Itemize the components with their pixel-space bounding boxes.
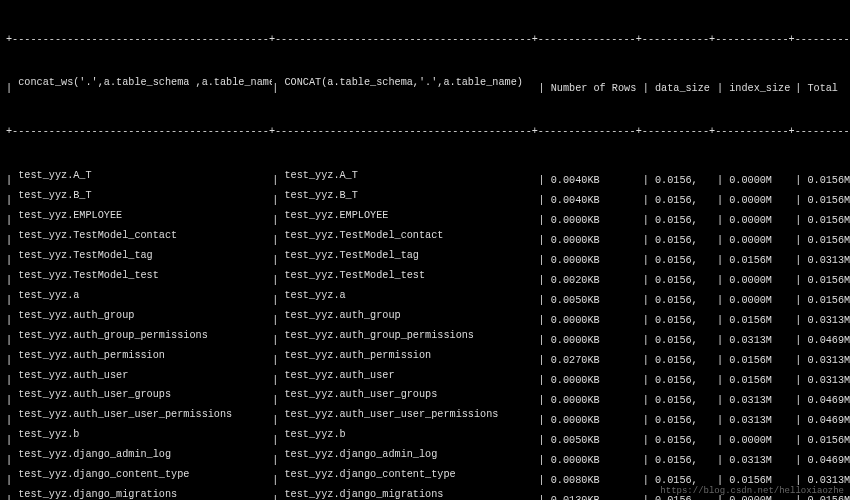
cell-data-size: 0.0156,: [655, 454, 717, 468]
cell-index-size: 0.0156M: [729, 314, 795, 328]
cell-concat-ws: test_yyz.auth_permission: [18, 349, 272, 363]
cell-total: 0.0313M: [807, 374, 850, 388]
cell-concat: test_yyz.auth_group_permissions: [284, 329, 538, 343]
cell-concat: test_yyz.EMPLOYEE: [284, 209, 538, 223]
cell-index-size: 0.0156M: [729, 354, 795, 368]
cell-data-size: 0.0156,: [655, 394, 717, 408]
table-row: | test_yyz.EMPLOYEE| test_yyz.EMPLOYEE| …: [6, 209, 844, 229]
cell-rows: 0.0020KB: [551, 274, 643, 288]
table-row: | test_yyz.auth_user| test_yyz.auth_user…: [6, 369, 844, 389]
cell-total: 0.0156M: [807, 434, 850, 448]
col-header-index-size: index_size: [729, 82, 795, 96]
cell-concat: test_yyz.django_content_type: [284, 468, 538, 482]
cell-index-size: 0.0313M: [729, 394, 795, 408]
cell-data-size: 0.0156,: [655, 354, 717, 368]
cell-rows: 0.0040KB: [551, 194, 643, 208]
table-row: | test_yyz.auth_user_groups| test_yyz.au…: [6, 388, 844, 408]
cell-concat: test_yyz.django_migrations: [284, 488, 538, 500]
col-header-rows: Number of Rows: [551, 82, 643, 96]
cell-total: 0.0156M: [807, 214, 850, 228]
cell-concat-ws: test_yyz.django_migrations: [18, 488, 272, 500]
cell-concat-ws: test_yyz.auth_group_permissions: [18, 329, 272, 343]
cell-rows: 0.0000KB: [551, 254, 643, 268]
cell-total: 0.0156M: [807, 234, 850, 248]
col-header-concat-ws: concat_ws('.',a.table_schema ,a.table_na…: [18, 76, 272, 90]
table-body: | test_yyz.A_T| test_yyz.A_T| 0.0040KB| …: [6, 169, 844, 500]
cell-index-size: 0.0000M: [729, 274, 795, 288]
cell-concat: test_yyz.auth_permission: [284, 349, 538, 363]
table-row: | test_yyz.TestModel_tag| test_yyz.TestM…: [6, 249, 844, 269]
cell-concat: test_yyz.TestModel_tag: [284, 249, 538, 263]
cell-concat-ws: test_yyz.EMPLOYEE: [18, 209, 272, 223]
cell-total: 0.0469M: [807, 454, 850, 468]
col-header-total: Total: [807, 82, 850, 96]
cell-concat-ws: test_yyz.b: [18, 428, 272, 442]
cell-rows: 0.0050KB: [551, 294, 643, 308]
cell-rows: 0.0000KB: [551, 334, 643, 348]
cell-index-size: 0.0313M: [729, 334, 795, 348]
cell-index-size: 0.0156M: [729, 374, 795, 388]
separator: +---------------------------------------…: [6, 33, 844, 47]
watermark-url: https://blog.csdn.net/helloxiaozhe: [660, 485, 844, 498]
cell-total: 0.0156M: [807, 294, 850, 308]
cell-concat: test_yyz.auth_user: [284, 369, 538, 383]
table-row: | test_yyz.a| test_yyz.a| 0.0050KB| 0.01…: [6, 289, 844, 309]
cell-data-size: 0.0156,: [655, 274, 717, 288]
cell-rows: 0.0000KB: [551, 374, 643, 388]
cell-concat: test_yyz.b: [284, 428, 538, 442]
cell-concat-ws: test_yyz.auth_user_user_permissions: [18, 408, 272, 422]
table-header-row: | concat_ws('.',a.table_schema ,a.table_…: [6, 76, 844, 96]
cell-total: 0.0156M: [807, 274, 850, 288]
cell-data-size: 0.0156,: [655, 414, 717, 428]
cell-rows: 0.0040KB: [551, 174, 643, 188]
table-row: | test_yyz.auth_group_permissions| test_…: [6, 329, 844, 349]
table-row: | test_yyz.TestModel_test| test_yyz.Test…: [6, 269, 844, 289]
table-row: | test_yyz.B_T| test_yyz.B_T| 0.0040KB| …: [6, 189, 844, 209]
cell-index-size: 0.0000M: [729, 434, 795, 448]
col-header-data-size: data_size: [655, 82, 717, 96]
cell-total: 0.0156M: [807, 194, 850, 208]
cell-rows: 0.0000KB: [551, 414, 643, 428]
cell-index-size: 0.0000M: [729, 174, 795, 188]
cell-total: 0.0469M: [807, 334, 850, 348]
cell-data-size: 0.0156,: [655, 194, 717, 208]
cell-total: 0.0469M: [807, 394, 850, 408]
cell-index-size: 0.0313M: [729, 454, 795, 468]
cell-rows: 0.0000KB: [551, 454, 643, 468]
cell-concat: test_yyz.auth_user_groups: [284, 388, 538, 402]
cell-concat-ws: test_yyz.TestModel_test: [18, 269, 272, 283]
table-row: | test_yyz.TestModel_contact| test_yyz.T…: [6, 229, 844, 249]
cell-rows: 0.0000KB: [551, 314, 643, 328]
cell-total: 0.0469M: [807, 414, 850, 428]
cell-rows: 0.0000KB: [551, 214, 643, 228]
cell-data-size: 0.0156,: [655, 254, 717, 268]
cell-data-size: 0.0156,: [655, 214, 717, 228]
cell-data-size: 0.0156,: [655, 294, 717, 308]
cell-index-size: 0.0000M: [729, 194, 795, 208]
cell-index-size: 0.0000M: [729, 234, 795, 248]
cell-concat: test_yyz.A_T: [284, 169, 538, 183]
cell-total: 0.0313M: [807, 314, 850, 328]
cell-index-size: 0.0000M: [729, 214, 795, 228]
cell-rows: 0.0130KB: [551, 494, 643, 500]
cell-concat: test_yyz.B_T: [284, 189, 538, 203]
cell-concat: test_yyz.a: [284, 289, 538, 303]
cell-concat: test_yyz.TestModel_contact: [284, 229, 538, 243]
cell-total: 0.0156M: [807, 174, 850, 188]
cell-concat-ws: test_yyz.TestModel_tag: [18, 249, 272, 263]
cell-total: 0.0313M: [807, 354, 850, 368]
table-row: | test_yyz.b| test_yyz.b| 0.0050KB| 0.01…: [6, 428, 844, 448]
cell-total: 0.0313M: [807, 254, 850, 268]
cell-concat-ws: test_yyz.django_admin_log: [18, 448, 272, 462]
cell-index-size: 0.0313M: [729, 414, 795, 428]
cell-rows: 0.0000KB: [551, 394, 643, 408]
cell-rows: 0.0080KB: [551, 474, 643, 488]
cell-rows: 0.0270KB: [551, 354, 643, 368]
terminal-output: +---------------------------------------…: [0, 0, 850, 500]
cell-rows: 0.0000KB: [551, 234, 643, 248]
cell-concat-ws: test_yyz.TestModel_contact: [18, 229, 272, 243]
cell-concat: test_yyz.django_admin_log: [284, 448, 538, 462]
cell-index-size: 0.0156M: [729, 254, 795, 268]
cell-data-size: 0.0156,: [655, 374, 717, 388]
cell-concat-ws: test_yyz.B_T: [18, 189, 272, 203]
